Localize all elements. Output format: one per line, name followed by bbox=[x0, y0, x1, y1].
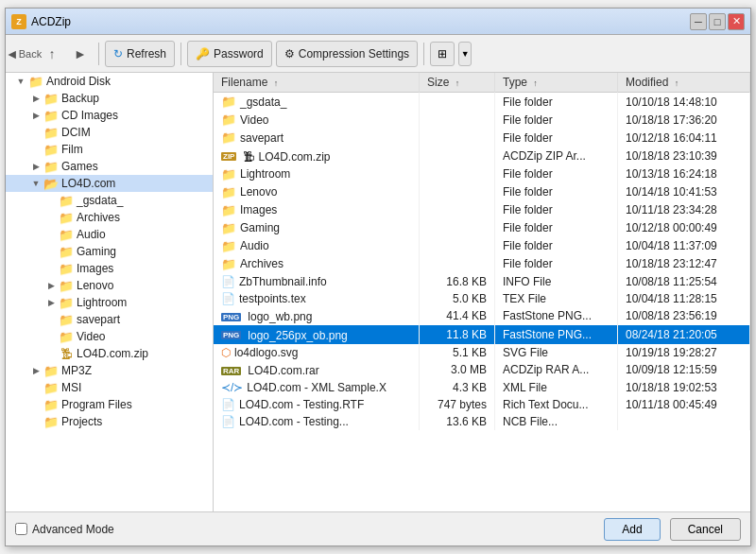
forward-button[interactable]: ► bbox=[68, 42, 93, 66]
file-type-cell: FastStone PNG... bbox=[495, 307, 618, 326]
tree-item-msi[interactable]: 📁 MSI bbox=[6, 379, 213, 396]
file-icon-wrap: 📁Images bbox=[221, 203, 277, 217]
sort-icon: ↑ bbox=[455, 78, 460, 88]
up-icon: ↑ bbox=[49, 46, 56, 61]
folder-icon: 📂 bbox=[43, 176, 59, 191]
file-modified-cell: 10/10/18 14:48:10 bbox=[618, 93, 750, 112]
table-row[interactable]: 📁LenovoFile folder10/14/18 10:41:53 bbox=[214, 183, 750, 201]
file-name-cell: 📄ZbThumbnail.info bbox=[214, 273, 420, 290]
file-modified-cell: 10/18/18 17:36:20 bbox=[618, 111, 750, 129]
view-button[interactable]: ⊞ bbox=[430, 42, 455, 66]
tree-item-mp3z[interactable]: ▶ 📁 MP3Z bbox=[6, 362, 213, 379]
zip-icon: 🗜 bbox=[243, 150, 254, 164]
file-name-cell: 📄LO4D.com - Testing.RTF bbox=[214, 396, 420, 413]
table-row[interactable]: RARLO4D.com.rar3.0 MBACDZip RAR A...10/0… bbox=[214, 361, 750, 380]
file-name-cell: 📁Video bbox=[214, 111, 420, 129]
compression-settings-button[interactable]: ⚙ Compression Settings bbox=[276, 41, 418, 67]
cancel-button[interactable]: Cancel bbox=[670, 518, 741, 541]
app-icon: Z bbox=[11, 14, 26, 29]
bottom-bar: Advanced Mode Add Cancel bbox=[6, 511, 750, 545]
tree-toggle: ▶ bbox=[28, 363, 43, 378]
password-button[interactable]: 🔑 Password bbox=[187, 41, 272, 67]
tree-item-video[interactable]: 📁 Video bbox=[6, 328, 213, 345]
tree-item-lo4dcom-zip[interactable]: 🗜 LO4D.com.zip bbox=[6, 345, 213, 362]
file-size-cell: 5.0 KB bbox=[420, 290, 495, 307]
view-dropdown-button[interactable]: ▼ bbox=[458, 42, 472, 66]
tree-label: Gaming bbox=[77, 245, 116, 258]
file-modified-cell: 10/04/18 11:37:09 bbox=[618, 237, 750, 255]
folder-icon: 📁 bbox=[59, 312, 74, 327]
close-button[interactable]: ✕ bbox=[728, 13, 745, 30]
folder-icon: 📁 bbox=[43, 414, 59, 429]
file-size-cell bbox=[420, 237, 495, 255]
maximize-button[interactable]: □ bbox=[709, 13, 726, 30]
file-type-cell: File folder bbox=[495, 165, 618, 183]
table-row[interactable]: 📁ImagesFile folder10/11/18 23:34:28 bbox=[214, 201, 750, 219]
file-type-cell: XML File bbox=[495, 379, 618, 396]
file-icon-wrap: ⬡lo4dlogo.svg bbox=[221, 346, 298, 359]
table-row[interactable]: ZIP🗜LO4D.com.zipACDZip ZIP Ar...10/18/18… bbox=[214, 147, 750, 165]
advanced-mode-checkbox[interactable] bbox=[15, 523, 27, 535]
table-row[interactable]: 📁savepartFile folder10/12/18 16:04:11 bbox=[214, 129, 750, 147]
table-row[interactable]: 📁ArchivesFile folder10/18/18 23:12:47 bbox=[214, 255, 750, 273]
tree-item-lightroom[interactable]: ▶ 📁 Lightroom bbox=[6, 294, 213, 311]
file-table: Filename ↑ Size ↑ Type ↑ Modified bbox=[214, 73, 750, 430]
advanced-mode-label[interactable]: Advanced Mode bbox=[32, 523, 114, 536]
table-row[interactable]: 📁AudioFile folder10/04/18 11:37:09 bbox=[214, 237, 750, 255]
table-row[interactable]: ⬡lo4dlogo.svg5.1 KBSVG File10/19/18 19:2… bbox=[214, 344, 750, 361]
rtf-icon: 📄 bbox=[221, 398, 235, 411]
up-button[interactable]: ↑ bbox=[40, 42, 64, 66]
tree-item-film[interactable]: 📁 Film bbox=[6, 141, 213, 158]
folder-icon: 📁 bbox=[28, 74, 43, 89]
tree-item-backup[interactable]: ▶ 📁 Backup bbox=[6, 90, 213, 107]
table-row[interactable]: 📁LightroomFile folder10/13/18 16:24:18 bbox=[214, 165, 750, 183]
back-button[interactable]: ◄ Back bbox=[11, 42, 36, 66]
file-name-label: lo4dlogo.svg bbox=[234, 346, 298, 359]
table-row[interactable]: PNGlogo_wb.png41.4 KBFastStone PNG...10/… bbox=[214, 307, 750, 326]
folder-icon: 📁 bbox=[59, 193, 74, 208]
file-name-cell: ZIP🗜LO4D.com.zip bbox=[214, 147, 420, 165]
table-row[interactable]: 📁GamingFile folder10/12/18 00:00:49 bbox=[214, 219, 750, 237]
col-type[interactable]: Type ↑ bbox=[495, 73, 618, 93]
col-filename[interactable]: Filename ↑ bbox=[214, 73, 420, 93]
minimize-button[interactable]: ─ bbox=[690, 13, 707, 30]
tree-item-gsdata[interactable]: 📁 _gsdata_ bbox=[6, 192, 213, 209]
file-icon-wrap: 📁Lenovo bbox=[221, 185, 277, 199]
tree-item-android-disk[interactable]: ▼ 📁 Android Disk bbox=[6, 73, 213, 90]
tree-item-archives[interactable]: 📁 Archives bbox=[6, 209, 213, 226]
tree-item-images[interactable]: 📁 Images bbox=[6, 260, 213, 277]
tree-item-programfiles[interactable]: 📁 Program Files bbox=[6, 396, 213, 413]
col-modified[interactable]: Modified ↑ bbox=[618, 73, 750, 93]
table-row[interactable]: 📁VideoFile folder10/18/18 17:36:20 bbox=[214, 111, 750, 129]
table-row[interactable]: 📄LO4D.com - Testing.RTF747 bytesRich Tex… bbox=[214, 396, 750, 413]
file-icon-wrap: 📁Gaming bbox=[221, 221, 280, 235]
tree-toggle: ▶ bbox=[43, 278, 59, 293]
tree-item-dcim[interactable]: 📁 DCIM bbox=[6, 124, 213, 141]
file-name-label: LO4D.com - XML Sample.X bbox=[247, 381, 387, 394]
col-size[interactable]: Size ↑ bbox=[420, 73, 495, 93]
refresh-button[interactable]: ↻ Refresh bbox=[105, 41, 175, 67]
file-name-label: Archives bbox=[240, 257, 284, 270]
tree-toggle bbox=[43, 193, 59, 208]
file-name-cell: PNGlogo_wb.png bbox=[214, 307, 420, 326]
file-list-panel: Filename ↑ Size ↑ Type ↑ Modified bbox=[214, 73, 750, 511]
table-row[interactable]: 📄testpoints.tex5.0 KBTEX File10/04/18 11… bbox=[214, 290, 750, 307]
tree-item-lo4dcom[interactable]: ▼ 📂 LO4D.com bbox=[6, 175, 213, 192]
table-row[interactable]: PNGlogo_256px_ob.png11.8 KBFastStone PNG… bbox=[214, 325, 750, 344]
tree-item-savepart[interactable]: 📁 savepart bbox=[6, 311, 213, 328]
file-name-label: Lightroom bbox=[240, 167, 290, 181]
table-row[interactable]: ≺/≻LO4D.com - XML Sample.X4.3 KBXML File… bbox=[214, 379, 750, 396]
folder-icon: 📁 bbox=[59, 244, 74, 259]
table-row[interactable]: 📄ZbThumbnail.info16.8 KBINFO File10/08/1… bbox=[214, 273, 750, 290]
tree-item-cdimages[interactable]: ▶ 📁 CD Images bbox=[6, 107, 213, 124]
file-icon-wrap: 📁Lightroom bbox=[221, 167, 290, 182]
tree-item-gaming[interactable]: 📁 Gaming bbox=[6, 243, 213, 260]
tree-item-projects[interactable]: 📁 Projects bbox=[6, 413, 213, 430]
table-row[interactable]: 📁_gsdata_File folder10/10/18 14:48:10 bbox=[214, 93, 750, 112]
tree-item-lenovo[interactable]: ▶ 📁 Lenovo bbox=[6, 277, 213, 294]
table-row[interactable]: 📄LO4D.com - Testing...13.6 KBNCB File... bbox=[214, 413, 750, 430]
add-button[interactable]: Add bbox=[604, 518, 660, 541]
tree-item-audio[interactable]: 📁 Audio bbox=[6, 226, 213, 243]
folder-icon: 📁 bbox=[59, 210, 74, 225]
tree-item-games[interactable]: ▶ 📁 Games bbox=[6, 158, 213, 175]
